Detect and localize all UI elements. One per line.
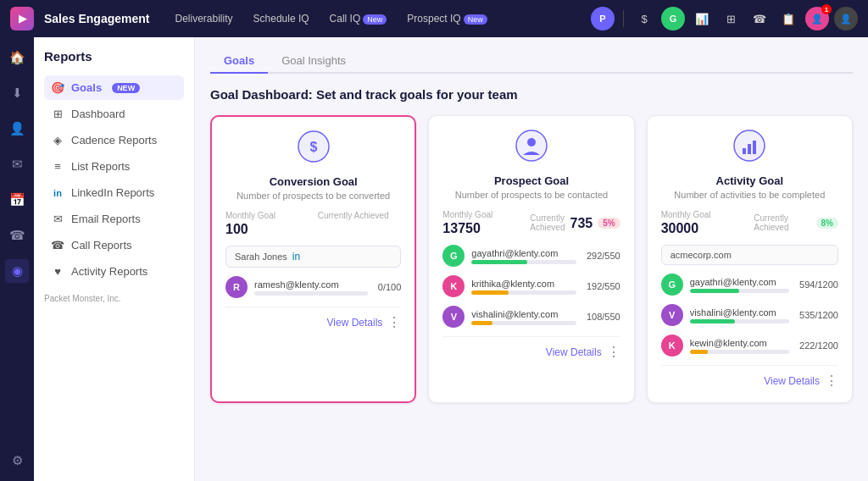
prospect-user-row-0: G gayathri@klenty.com 292/550 — [442, 245, 620, 267]
filter-name: Sarah Jones — [235, 252, 287, 262]
icon-home[interactable]: 🏠 — [5, 46, 29, 69]
nav-p-button[interactable]: P — [591, 7, 615, 30]
icon-settings[interactable]: ⚙ — [5, 449, 29, 473]
prospect-achieved-value: 735 — [570, 216, 593, 231]
sidebar-item-call[interactable]: ☎ Call Reports — [44, 233, 184, 257]
conversion-more-icon[interactable]: ⋮ — [387, 314, 401, 330]
user-progress-r: ramesh@klenty.com — [254, 279, 368, 296]
nav-call-iq[interactable]: Call IQNew — [321, 9, 396, 28]
activity-progress-k: kewin@klenty.com — [690, 338, 789, 354]
tab-goals[interactable]: Goals — [210, 49, 268, 74]
icon-send[interactable]: ✉ — [5, 152, 29, 176]
activity-monthly-label: Monthly Goal — [661, 210, 746, 219]
activity-card-footer: View Details ⋮ — [661, 365, 838, 389]
activity-user-row-1: V vishalini@klenty.com 535/1200 — [661, 304, 838, 326]
prospect-progress-k: krithika@klenty.com — [471, 279, 576, 295]
prospect-title: Prospect Goal — [442, 174, 620, 187]
nav-divider — [623, 10, 624, 27]
nav-g-button[interactable]: G — [661, 7, 685, 30]
goals-icon: 🎯 — [51, 81, 64, 94]
sidebar-item-activity[interactable]: ♥ Activity Reports — [44, 259, 184, 284]
activity-email-g: gayathri@klenty.com — [690, 277, 789, 287]
conversion-achieved-block: Currently Achieved — [318, 211, 402, 237]
prospect-icon — [442, 130, 620, 168]
prospect-email-g: gayathri@klenty.com — [471, 248, 576, 258]
sidebar-item-list[interactable]: ≡ List Reports — [44, 154, 184, 179]
prospect-view-details[interactable]: View Details — [546, 346, 602, 358]
icon-reports[interactable]: ◉ — [5, 259, 29, 283]
app-brand: Sales Engagement — [44, 12, 150, 25]
sidebar-item-cadence[interactable]: ◈ Cadence Reports — [44, 128, 184, 152]
conversion-title: Conversion Goal — [225, 175, 401, 188]
icon-download[interactable]: ⬇ — [5, 81, 29, 105]
prospect-avatar-g: G — [442, 245, 465, 267]
activity-progress-g: gayathri@klenty.com — [690, 277, 789, 293]
nav-phone-icon[interactable]: ☎ — [748, 7, 771, 30]
activity-avatar-k: K — [661, 334, 683, 357]
prospect-achieved-block: Currently Achieved 735 5% — [530, 210, 620, 236]
conversion-filter[interactable]: Sarah Jones in — [225, 246, 401, 268]
nav-schedule-iq[interactable]: Schedule IQ — [245, 9, 318, 28]
nav-doc-icon[interactable]: 📋 — [776, 7, 800, 30]
nav-dollar-icon[interactable]: $ — [632, 7, 656, 30]
icon-calendar[interactable]: 📅 — [5, 188, 29, 212]
icon-phone[interactable]: ☎ — [5, 224, 29, 247]
cadence-icon: ◈ — [51, 134, 64, 147]
activity-view-details[interactable]: View Details — [764, 375, 820, 387]
conversion-user-row-0: R ramesh@klenty.com 0/100 — [225, 276, 401, 298]
conversion-card-footer: View Details ⋮ — [225, 307, 401, 330]
activity-more-icon[interactable]: ⋮ — [825, 373, 838, 389]
activity-filter[interactable]: acmecorp.com — [661, 245, 838, 265]
nav-deliverability[interactable]: Deliverability — [167, 9, 242, 28]
activity-subtitle: Number of activities to be completed — [661, 190, 838, 200]
prospect-count-k: 192/550 — [587, 281, 620, 291]
prospect-user-row-1: K krithika@klenty.com 192/550 — [442, 275, 620, 297]
sidebar-item-email[interactable]: ✉ Email Reports — [44, 207, 184, 231]
prospect-stats: Monthly Goal 13750 Currently Achieved 73… — [442, 210, 620, 236]
email-icon: ✉ — [51, 213, 64, 225]
prospect-user-row-2: V vishalini@klenty.com 108/550 — [442, 306, 620, 328]
user-avatar[interactable]: 👤 1 — [805, 7, 829, 30]
linkedin-filter-icon: in — [292, 251, 300, 263]
icon-contacts[interactable]: 👤 — [5, 117, 29, 141]
page-title: Goal Dashboard: Set and track goals for … — [210, 87, 853, 102]
activity-title: Activity Goal — [661, 174, 838, 187]
conversion-view-details[interactable]: View Details — [327, 317, 383, 329]
prospect-count-g: 292/550 — [587, 251, 620, 261]
prospect-subtitle: Number of prospects to be contacted — [442, 190, 620, 200]
prospect-monthly-block: Monthly Goal 13750 — [442, 210, 521, 236]
user-count-r: 0/100 — [378, 282, 402, 292]
user-profile-avatar[interactable]: 👤 — [834, 7, 858, 30]
nav-icons: P $ G 📊 ⊞ ☎ 📋 👤 1 👤 — [591, 7, 858, 30]
prospect-more-icon[interactable]: ⋮ — [607, 344, 620, 360]
prospect-monthly-value: 13750 — [442, 221, 521, 236]
reports-sidebar: Reports 🎯 Goals NEW ⊞ Dashboard ◈ Cadenc… — [34, 37, 195, 481]
activity-email-v: vishalini@klenty.com — [690, 307, 789, 318]
dashboard-icon: ⊞ — [51, 108, 64, 120]
icon-sidebar: 🏠 ⬇ 👤 ✉ 📅 ☎ ◉ ⚙ — [0, 37, 34, 481]
prospect-achieved-label: Currently Achieved — [530, 213, 565, 232]
conversion-monthly-block: Monthly Goal 100 — [225, 211, 309, 237]
nav-chart-icon[interactable]: 📊 — [690, 7, 714, 30]
conversion-achieved-label: Currently Achieved — [318, 211, 402, 220]
sidebar-item-dashboard[interactable]: ⊞ Dashboard — [44, 102, 184, 126]
main-layout: 🏠 ⬇ 👤 ✉ 📅 ☎ ◉ ⚙ Reports 🎯 Goals NEW ⊞ Da… — [0, 37, 868, 481]
top-navigation: ▶ Sales Engagement Deliverability Schedu… — [0, 0, 868, 37]
linkedin-icon: in — [51, 188, 64, 198]
call-icon: ☎ — [51, 239, 64, 252]
sidebar-item-linkedin[interactable]: in LinkedIn Reports — [44, 180, 184, 205]
reports-title: Reports — [44, 49, 184, 64]
tab-goal-insights[interactable]: Goal Insights — [268, 49, 359, 74]
prospect-avatar-v: V — [442, 306, 465, 328]
nav-prospect-iq[interactable]: Prospect IQNew — [398, 9, 495, 28]
activity-count-k: 222/1200 — [799, 340, 838, 351]
conversion-monthly-value: 100 — [225, 222, 309, 237]
nav-menu: Deliverability Schedule IQ Call IQNew Pr… — [167, 9, 581, 28]
goals-new-badge: NEW — [112, 83, 140, 93]
activity-progress-v: vishalini@klenty.com — [690, 307, 789, 323]
svg-rect-6 — [748, 144, 751, 154]
sidebar-item-goals[interactable]: 🎯 Goals NEW — [44, 75, 184, 100]
user-avatar-r: R — [225, 276, 248, 298]
tabs: Goals Goal Insights — [210, 49, 853, 74]
nav-grid-icon[interactable]: ⊞ — [719, 7, 743, 30]
